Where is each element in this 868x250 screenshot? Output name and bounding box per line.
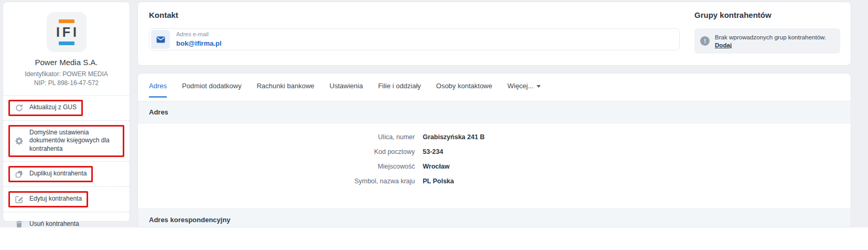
- gear-icon: [15, 137, 24, 145]
- tab-label: Osoby kontaktowe: [436, 82, 492, 90]
- contact-section: Kontakt Adres e-mail bok@ifirma.pl: [138, 2, 694, 65]
- tab-filie-i-oddzialy[interactable]: Filie i oddziały: [378, 74, 421, 98]
- email-texts: Adres e-mail bok@ifirma.pl: [176, 31, 221, 48]
- tab-ustawienia[interactable]: Ustawienia: [329, 74, 363, 98]
- sidebar-action-default-settings[interactable]: Domyślne ustawienia dokumentów księgowyc…: [3, 121, 130, 162]
- field-label: Ulica, numer: [138, 133, 415, 141]
- email-link[interactable]: bok@ifirma.pl: [176, 39, 221, 47]
- edit-icon: [15, 195, 24, 204]
- field-value: PL Polska: [423, 178, 851, 185]
- tab-label: Filie i oddziały: [378, 82, 421, 90]
- action-label: Aktualizuj z GUS: [29, 103, 77, 112]
- address-fields: Ulica, numer Grabiszyńska 241 B Kod pocz…: [138, 123, 851, 189]
- action-highlight-box: Domyślne ustawienia dokumentów księgowyc…: [8, 125, 124, 157]
- action-highlight-box: Aktualizuj z GUS: [8, 100, 83, 116]
- field-label: Kod pocztowy: [138, 148, 415, 155]
- duplicate-icon: [15, 170, 24, 179]
- company-logo: IFI: [47, 12, 87, 52]
- sidebar-action-edit[interactable]: Edytuj kontrahenta: [3, 187, 130, 212]
- field-row-street: Ulica, numer Grabiszyńska 241 B: [138, 130, 851, 144]
- company-nip: NIP: PL 898-16-47-572: [8, 79, 124, 88]
- tab-label: Adres: [149, 82, 167, 90]
- tab-adres[interactable]: Adres: [149, 74, 167, 98]
- field-row-country: Symbol, nazwa kraju PL Polska: [138, 174, 851, 189]
- tab-podmiot-dodatkowy[interactable]: Podmiot dodatkowy: [182, 74, 241, 98]
- groups-title: Grupy kontrahentów: [694, 11, 840, 19]
- field-row-postal-code: Kod pocztowy 53-234: [138, 144, 851, 159]
- action-label: Usuń kontrahenta: [29, 220, 79, 227]
- logo-blue-bar: [59, 41, 74, 45]
- contact-groups-card: Kontakt Adres e-mail bok@ifirma.pl G: [137, 2, 851, 66]
- info-icon: !: [700, 36, 710, 46]
- action-label: Domyślne ustawienia dokumentów księgowyc…: [29, 129, 118, 153]
- company-name: Power Media S.A.: [8, 58, 124, 67]
- logo-text: IFI: [53, 26, 79, 39]
- contractor-details-card: Adres Podmiot dodatkowy Rachunki bankowe…: [137, 73, 851, 227]
- field-value: Wrocław: [423, 163, 851, 170]
- tab-label: Ustawienia: [329, 82, 363, 90]
- action-label: Duplikuj kontrahenta: [29, 170, 87, 178]
- company-identifier: Identyfikator: POWER MEDIA: [8, 70, 124, 79]
- email-tile: Adres e-mail bok@ifirma.pl: [149, 28, 680, 50]
- tab-label: Podmiot dodatkowy: [182, 82, 241, 90]
- field-label: Symbol, nazwa kraju: [138, 178, 415, 185]
- sidebar-action-duplicate[interactable]: Duplikuj kontrahenta: [3, 162, 130, 187]
- tab-label: Rachunki bankowe: [256, 82, 314, 90]
- trash-icon: [15, 220, 24, 227]
- chevron-down-icon: [537, 85, 541, 88]
- groups-empty-message: Brak wprowadzonych grup kontrahentów.: [715, 34, 826, 40]
- groups-section: Grupy kontrahentów ! Brak wprowadzonych …: [694, 2, 851, 65]
- section-header-adres-korespondencyjny: Adres korespondencyjny: [138, 209, 851, 227]
- tab-rachunki-bankowe[interactable]: Rachunki bankowe: [256, 74, 314, 98]
- email-label: Adres e-mail: [176, 31, 221, 37]
- sidebar-action-delete[interactable]: Usuń kontrahenta: [3, 212, 130, 227]
- groups-empty-notice: ! Brak wprowadzonych grup kontrahentów. …: [694, 28, 840, 54]
- field-row-city: Miejscowość Wrocław: [138, 159, 851, 174]
- tab-label: Więcej...: [507, 82, 533, 90]
- details-tabs: Adres Podmiot dodatkowy Rachunki bankowe…: [138, 74, 851, 98]
- main-content: Kontakt Adres e-mail bok@ifirma.pl G: [137, 2, 851, 227]
- action-label: Edytuj kontrahenta: [29, 195, 82, 203]
- action-box: Usuń kontrahenta: [8, 216, 85, 227]
- add-group-link[interactable]: Dodaj: [715, 41, 732, 48]
- contractor-page: IFI Power Media S.A. Identyfikator: POWE…: [0, 0, 868, 227]
- envelope-icon: [156, 35, 166, 45]
- action-highlight-box: Edytuj kontrahenta: [8, 191, 88, 207]
- contractor-sidebar: IFI Power Media S.A. Identyfikator: POWE…: [3, 2, 130, 222]
- field-label: Miejscowość: [138, 163, 415, 170]
- sidebar-action-update-gus[interactable]: Aktualizuj z GUS: [3, 96, 130, 121]
- sidebar-actions: Aktualizuj z GUS Domyślne ustawienia dok…: [3, 95, 130, 227]
- contact-title: Kontakt: [149, 11, 680, 19]
- section-header-adres: Adres: [138, 101, 851, 123]
- field-value: Grabiszyńska 241 B: [423, 133, 851, 141]
- envelope-icon-box: [151, 30, 170, 49]
- tab-osoby-kontaktowe[interactable]: Osoby kontaktowe: [436, 74, 492, 98]
- field-value: 53-234: [423, 148, 851, 155]
- tab-wiecej[interactable]: Więcej...: [507, 74, 541, 98]
- refresh-icon: [15, 103, 24, 112]
- action-highlight-box: Duplikuj kontrahenta: [8, 166, 93, 182]
- company-summary: IFI Power Media S.A. Identyfikator: POWE…: [3, 2, 130, 95]
- groups-empty-text: Brak wprowadzonych grup kontrahentów. Do…: [715, 33, 834, 49]
- logo-orange-bar: [59, 19, 74, 23]
